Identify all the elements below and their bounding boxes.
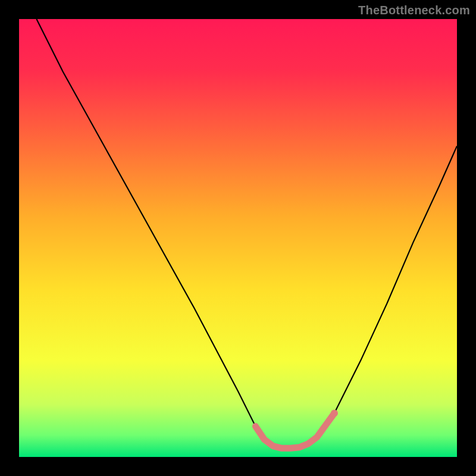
- highlight-dot: [331, 409, 338, 416]
- chart-container: TheBottleneck.com: [0, 0, 476, 476]
- chart-svg: [19, 19, 457, 457]
- watermark-label: TheBottleneck.com: [358, 4, 470, 17]
- plot-area: [19, 19, 457, 457]
